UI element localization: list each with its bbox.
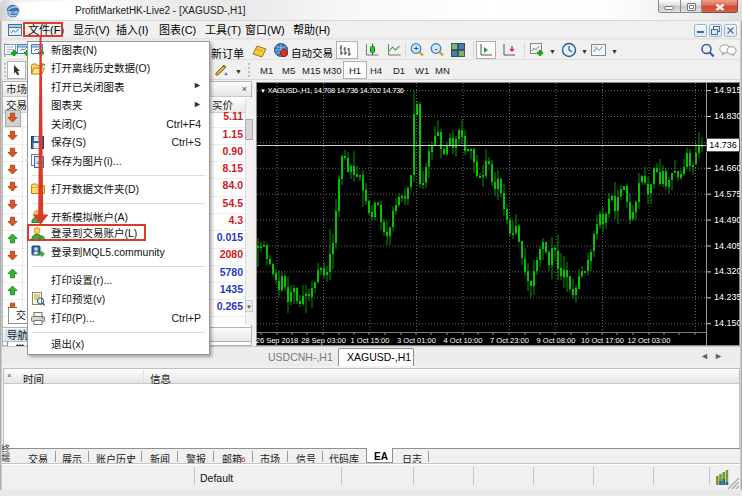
svg-text:-: -: [435, 44, 438, 53]
svg-text:PROFIT: PROFIT: [6, 10, 20, 15]
svg-text:+: +: [414, 44, 419, 53]
